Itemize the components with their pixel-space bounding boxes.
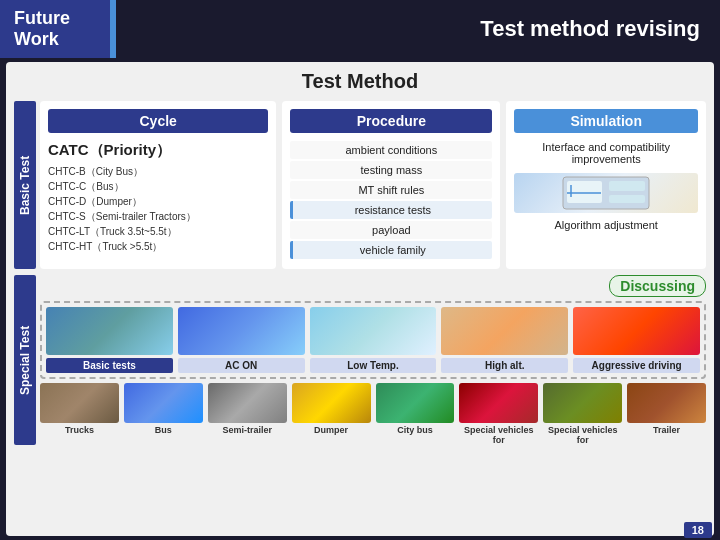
- special-item-aggressive: Aggressive driving: [573, 307, 700, 373]
- acon-label: AC ON: [178, 358, 305, 373]
- aggressive-label: Aggressive driving: [573, 358, 700, 373]
- trailer-label: Trailer: [627, 425, 706, 435]
- procedure-card: Procedure ambient conditions testing mas…: [282, 101, 500, 269]
- discussing-text: Discussing: [609, 275, 706, 297]
- special-items-container: Basic tests AC ON Low Temp. High alt.: [40, 301, 706, 379]
- section-title: Test Method: [14, 70, 706, 93]
- catc-item-3: CHTC-S（Semi-trailer Tractors）: [48, 209, 268, 224]
- bus-image: [124, 383, 203, 423]
- catc-item-4: CHTC-LT（Truck 3.5t~5.5t）: [48, 224, 268, 239]
- catc-item-2: CHTC-D（Dumper）: [48, 194, 268, 209]
- svg-rect-1: [567, 181, 602, 203]
- catc-item-1: CHTC-C（Bus）: [48, 179, 268, 194]
- semitrailer-label: Semi-trailer: [208, 425, 287, 435]
- discussing-badge: Discussing: [40, 275, 706, 297]
- algorithm-adjustment: Algorithm adjustment: [514, 219, 698, 231]
- special-item-highalt: High alt.: [441, 307, 568, 373]
- main-area: Test Method Basic Test Cycle CATC（Priori…: [6, 62, 714, 536]
- special1-image: [459, 383, 538, 423]
- catc-item-5: CHTC-HT（Truck >5.5t）: [48, 239, 268, 254]
- catc-item-0: CHTC-B（City Bus）: [48, 164, 268, 179]
- procedure-item-4: payload: [290, 221, 492, 239]
- vehicle-semitrailer: Semi-trailer: [208, 383, 287, 445]
- trucks-label: Trucks: [40, 425, 119, 435]
- page-number: 18: [684, 522, 712, 538]
- catc-title: CATC（Priority）: [48, 141, 268, 160]
- dumper-label: Dumper: [292, 425, 371, 435]
- procedure-item-0: ambient conditions: [290, 141, 492, 159]
- basic-test-label: Basic Test: [14, 101, 36, 269]
- header-left: Future Work: [0, 0, 110, 58]
- vehicle-dumper: Dumper: [292, 383, 371, 445]
- catc-list: CHTC-B（City Bus） CHTC-C（Bus） CHTC-D（Dump…: [48, 164, 268, 254]
- cycle-card: Cycle CATC（Priority） CHTC-B（City Bus） CH…: [40, 101, 276, 269]
- procedure-item-1: testing mass: [290, 161, 492, 179]
- procedure-list: ambient conditions testing mass MT shift…: [290, 141, 492, 259]
- citybus-image: [376, 383, 455, 423]
- vehicle-special1: Special vehicles for: [459, 383, 538, 445]
- simulation-header: Simulation: [514, 109, 698, 133]
- basic-tests-label: Basic tests: [46, 358, 173, 373]
- vehicle-trucks: Trucks: [40, 383, 119, 445]
- procedure-item-5: vehicle family: [290, 241, 492, 259]
- vehicle-citybus: City bus: [376, 383, 455, 445]
- basic-test-content: Cycle CATC（Priority） CHTC-B（City Bus） CH…: [40, 101, 706, 269]
- special-item-basic: Basic tests: [46, 307, 173, 373]
- trucks-image: [40, 383, 119, 423]
- simulation-card: Simulation Interface and compatibility i…: [506, 101, 706, 269]
- special1-label: Special vehicles for: [459, 425, 538, 445]
- simulation-image: [514, 173, 698, 213]
- aggressive-image: [573, 307, 700, 355]
- title-future: Future: [14, 8, 96, 29]
- basic-tests-image: [46, 307, 173, 355]
- trailer-image: [627, 383, 706, 423]
- basic-test-section: Basic Test Cycle CATC（Priority） CHTC-B（C…: [14, 101, 706, 269]
- vehicle-special2: Special vehicles for: [543, 383, 622, 445]
- procedure-item-3: resistance tests: [290, 201, 492, 219]
- special2-image: [543, 383, 622, 423]
- semitrailer-image: [208, 383, 287, 423]
- procedure-header: Procedure: [290, 109, 492, 133]
- vehicle-bus: Bus: [124, 383, 203, 445]
- test-method-revising-title: Test method revising: [480, 16, 700, 42]
- lowtemp-label: Low Temp.: [310, 358, 437, 373]
- special-item-acon: AC ON: [178, 307, 305, 373]
- citybus-label: City bus: [376, 425, 455, 435]
- special2-label: Special vehicles for: [543, 425, 622, 445]
- header: Future Work Test method revising: [0, 0, 720, 58]
- title-work: Work: [14, 29, 96, 50]
- lowtemp-image: [310, 307, 437, 355]
- procedure-item-2: MT shift rules: [290, 181, 492, 199]
- dumper-image: [292, 383, 371, 423]
- special-test-section: Special Test Discussing Basic tests AC O…: [14, 275, 706, 445]
- vehicle-row: Trucks Bus Semi-trailer Dumper City bus: [40, 383, 706, 445]
- header-right: Test method revising: [116, 0, 720, 58]
- svg-rect-2: [609, 181, 645, 191]
- simulation-text: Interface and compatibility improvements: [514, 141, 698, 165]
- special-grid: Basic tests AC ON Low Temp. High alt.: [46, 307, 700, 373]
- svg-rect-3: [609, 195, 645, 203]
- special-item-lowtemp: Low Temp.: [310, 307, 437, 373]
- special-test-label: Special Test: [14, 275, 36, 445]
- vehicle-trailer: Trailer: [627, 383, 706, 445]
- special-content: Discussing Basic tests AC ON Low Temp.: [40, 275, 706, 445]
- cycle-header: Cycle: [48, 109, 268, 133]
- highalt-label: High alt.: [441, 358, 568, 373]
- bus-label: Bus: [124, 425, 203, 435]
- acon-image: [178, 307, 305, 355]
- highalt-image: [441, 307, 568, 355]
